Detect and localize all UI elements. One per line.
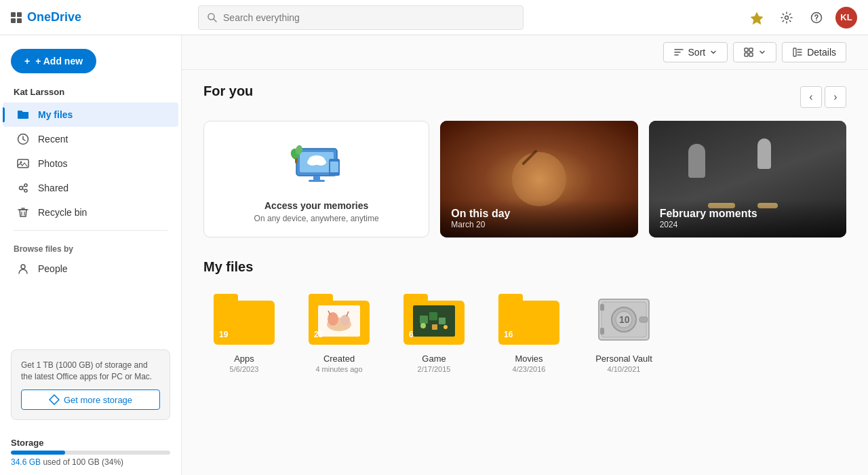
memory-on-this-day-title: On this day — [451, 208, 627, 220]
chevron-down-icon — [709, 48, 717, 56]
folder-personal-vault[interactable]: 10 Personal Vault 4/10/2021 — [583, 288, 665, 373]
topbar: OneDrive KL — [0, 0, 868, 35]
svg-point-3 — [785, 16, 789, 19]
search-bar[interactable] — [198, 5, 524, 30]
view-button[interactable] — [733, 42, 776, 62]
browse-label: Browse files by — [0, 236, 181, 256]
folder-movies-name: Movies — [515, 354, 542, 364]
folder-apps-date: 5/6/2023 — [230, 365, 259, 373]
svg-marker-2 — [751, 12, 763, 24]
folder-created-date: 4 minutes ago — [315, 365, 362, 373]
svg-rect-49 — [429, 312, 437, 320]
plus-icon: + — [24, 56, 30, 66]
vault-icon-container: 10 — [593, 294, 654, 345]
vault-icon-wrap: 10 — [583, 288, 665, 349]
svg-point-9 — [20, 187, 23, 190]
svg-point-11 — [24, 189, 27, 192]
svg-rect-60 — [600, 304, 604, 311]
content-inner: For you ‹ › — [182, 70, 868, 387]
search-input[interactable] — [223, 12, 515, 23]
sidebar-photos-label: Photos — [38, 158, 68, 169]
add-new-button[interactable]: + + Add new — [11, 49, 96, 73]
memory-access-sub: On any device, anywhere, anytime — [254, 214, 379, 223]
folder-movies-icon-wrap: 16 — [488, 288, 570, 349]
sidebar-item-recycle-bin[interactable]: Recycle bin — [3, 200, 178, 225]
storage-used-link[interactable]: 34.6 GB — [11, 457, 41, 467]
sidebar-item-people[interactable]: People — [3, 256, 178, 281]
carousel-next-button[interactable]: › — [825, 86, 846, 108]
memory-on-this-day-sub: March 20 — [451, 220, 627, 229]
add-new-label: + Add new — [35, 56, 83, 66]
sort-icon — [673, 47, 684, 58]
carousel-prev-button[interactable]: ‹ — [800, 86, 822, 108]
sidebar-recent-label: Recent — [38, 134, 68, 145]
settings-icon[interactable] — [776, 7, 797, 28]
folder-apps-name: Apps — [234, 354, 254, 364]
memory-icon — [283, 135, 351, 192]
get-storage-label: Get more storage — [64, 395, 132, 405]
image-icon — [16, 157, 30, 170]
folder-created[interactable]: 23 Created 4 minutes ago — [298, 288, 380, 373]
for-you-section: For you ‹ › — [203, 83, 846, 238]
folder-created-icon-wrap: 23 — [298, 288, 380, 349]
svg-rect-59 — [639, 317, 648, 322]
folder-apps[interactable]: 19 Apps 5/6/2023 — [203, 288, 285, 373]
folder-movies-count: 16 — [504, 330, 513, 339]
get-storage-button[interactable]: Get more storage — [21, 390, 160, 410]
game-thumb-svg — [413, 305, 455, 337]
svg-rect-23 — [745, 53, 748, 56]
storage-used-suffix: used of 100 GB (34%) — [43, 457, 123, 467]
svg-rect-34 — [313, 176, 320, 180]
svg-line-1 — [214, 19, 216, 22]
svg-point-8 — [20, 162, 22, 164]
memory-card-february[interactable]: February moments 2024 — [649, 121, 846, 238]
sidebar-divider — [14, 230, 167, 231]
storage-section: Get 1 TB (1000 GB) of storage and the la… — [0, 339, 181, 431]
avatar[interactable]: KL — [835, 7, 857, 28]
carousel-nav: ‹ › — [800, 86, 846, 108]
app-logo[interactable]: OneDrive — [11, 10, 81, 24]
sort-button[interactable]: Sort — [663, 42, 728, 62]
storage-bar-wrap — [0, 451, 181, 455]
storage-bar-fill — [11, 451, 65, 455]
memory-card-access[interactable]: Access your memories On any device, anyw… — [203, 121, 429, 238]
sidebar: + + Add new Kat Larsson My files Recent — [0, 35, 182, 475]
folder-game[interactable]: 6 Game 2/17/2015 — [393, 288, 475, 373]
memory-february-title: February moments — [660, 208, 835, 220]
svg-rect-37 — [330, 162, 338, 172]
details-button[interactable]: Details — [782, 42, 846, 62]
sidebar-recycle-bin-label: Recycle bin — [38, 207, 87, 218]
svg-rect-47 — [413, 305, 455, 337]
folder-movies[interactable]: 16 Movies 4/23/2016 — [488, 288, 570, 373]
svg-rect-40 — [295, 158, 298, 164]
storage-label: Storage — [0, 431, 181, 451]
grid-icon — [11, 12, 22, 23]
memory-february-text: February moments 2024 — [649, 200, 846, 238]
sidebar-item-shared[interactable]: Shared — [3, 176, 178, 200]
help-icon[interactable] — [806, 7, 827, 28]
folder-game-icon: 6 — [403, 294, 465, 345]
vault-name: Personal Vault — [595, 354, 652, 364]
svg-rect-61 — [600, 328, 604, 335]
search-icon — [207, 12, 218, 23]
vault-svg: 10 — [593, 294, 654, 345]
diamond-icon — [49, 394, 60, 405]
svg-point-53 — [443, 325, 448, 329]
folder-apps-icon-wrap: 19 — [203, 288, 285, 349]
for-you-cards: Access your memories On any device, anyw… — [203, 121, 846, 238]
folder-game-date: 2/17/2015 — [418, 365, 451, 373]
folder-apps-icon: 19 — [214, 294, 275, 345]
memory-card-on-this-day[interactable]: On this day March 20 — [440, 121, 637, 238]
sidebar-item-recent[interactable]: Recent — [3, 127, 178, 151]
files-grid: 19 Apps 5/6/2023 — [203, 288, 846, 373]
premium-icon[interactable] — [746, 7, 768, 28]
sidebar-item-my-files[interactable]: My files — [3, 102, 178, 127]
app-name: OneDrive — [27, 10, 81, 24]
device-cloud-illustration — [283, 135, 351, 189]
folder-created-icon: 23 — [309, 294, 370, 345]
details-icon — [792, 47, 803, 58]
folder-apps-count: 19 — [219, 330, 228, 339]
my-files-section: My files 19 Apps 5/ — [203, 259, 846, 373]
sidebar-item-photos[interactable]: Photos — [3, 151, 178, 176]
svg-rect-50 — [439, 318, 446, 324]
